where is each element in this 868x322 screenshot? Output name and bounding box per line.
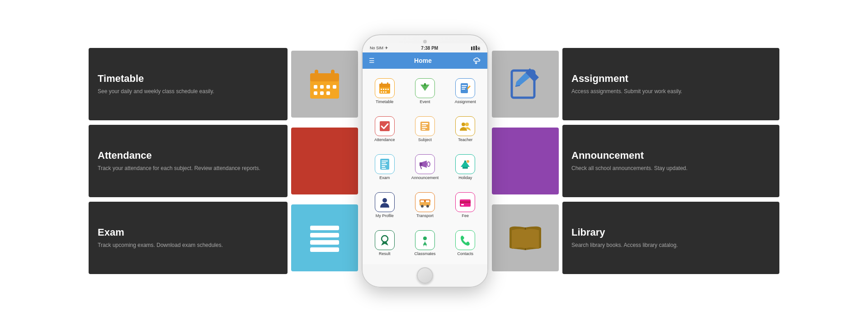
- app-label-result: Result: [379, 251, 391, 256]
- left-section: Timetable See your daily and weekly clas…: [89, 48, 358, 274]
- assignment-icon: [507, 66, 543, 102]
- svg-rect-39: [422, 125, 426, 126]
- announcement-feature-card: Announcement Check all school announceme…: [562, 125, 779, 197]
- svg-rect-31: [424, 83, 426, 86]
- menu-icon[interactable]: ☰: [369, 57, 375, 64]
- svg-rect-45: [382, 161, 388, 161]
- svg-rect-49: [382, 168, 386, 169]
- app-contacts[interactable]: Contacts: [446, 224, 485, 260]
- svg-rect-23: [387, 82, 388, 85]
- app-label-fee: Fee: [462, 213, 469, 218]
- svg-rect-17: [476, 46, 477, 50]
- svg-rect-35: [462, 89, 465, 90]
- svg-rect-52: [464, 161, 466, 162]
- app-transport[interactable]: Transport: [406, 186, 444, 223]
- svg-point-65: [382, 236, 388, 242]
- app-label-announcement: Announcement: [411, 175, 439, 180]
- svg-point-51: [427, 162, 430, 166]
- svg-rect-2: [315, 70, 318, 77]
- announcement-feature-title: Announcement: [571, 150, 770, 161]
- exam-feature-desc: Track upcoming exams. Download exam sche…: [98, 241, 278, 249]
- exam-feature-card: Exam Track upcoming exams. Download exam…: [89, 202, 288, 274]
- timetable-feature-desc: See your daily and weekly class schedule…: [98, 87, 278, 95]
- app-fee[interactable]: Fee: [446, 186, 485, 223]
- timetable-icon-box: [291, 51, 358, 118]
- app-timetable[interactable]: Timetable: [365, 72, 404, 109]
- library-icon-box: [492, 204, 559, 271]
- app-label-classmates: Classmates: [414, 251, 435, 256]
- timetable-feature-text: Timetable See your daily and weekly clas…: [98, 73, 278, 95]
- left-row-1: Timetable See your daily and weekly clas…: [89, 48, 358, 120]
- svg-rect-19: [478, 48, 479, 49]
- svg-rect-38: [422, 123, 428, 124]
- left-row-2: Attendance Track your attendance for eac…: [89, 125, 358, 197]
- right-row-1: Assignment Access assignments. Submit yo…: [492, 48, 779, 120]
- library-feature-card: Library Search library books. Access lib…: [562, 202, 779, 274]
- svg-point-55: [382, 198, 387, 203]
- assignment-feature-desc: Access assignments. Submit your work eas…: [571, 87, 770, 95]
- svg-rect-14: [310, 247, 339, 252]
- svg-rect-7: [333, 85, 336, 89]
- announcement-icon-box: [492, 128, 559, 194]
- right-section: Assignment Access assignments. Submit yo…: [492, 48, 779, 274]
- app-assignment[interactable]: Assignment: [446, 72, 485, 109]
- svg-rect-16: [473, 46, 475, 50]
- status-right: [471, 46, 480, 50]
- svg-rect-58: [420, 200, 424, 202]
- phone-shell: No SIM ✈ 7:38 PM ☰ Home: [362, 34, 488, 288]
- app-label-transport: Transport: [416, 213, 434, 218]
- attendance-feature-text: Attendance Track your attendance for eac…: [98, 150, 278, 172]
- home-button[interactable]: [417, 267, 433, 284]
- svg-rect-3: [331, 70, 335, 77]
- app-classmates[interactable]: Classmates: [406, 224, 444, 260]
- svg-rect-10: [326, 91, 330, 95]
- svg-point-66: [423, 237, 427, 240]
- app-label-attendance: Attendance: [374, 137, 395, 142]
- svg-rect-29: [383, 91, 384, 93]
- app-teacher[interactable]: Teacher: [446, 110, 485, 147]
- app-attendance[interactable]: Attendance: [365, 110, 404, 147]
- app-holiday[interactable]: Holiday: [446, 148, 485, 185]
- attendance-icon-box: [291, 128, 358, 194]
- svg-rect-40: [422, 127, 427, 128]
- assignment-feature-title: Assignment: [571, 73, 770, 85]
- app-grid: Timetable Event Assignment: [363, 69, 487, 264]
- svg-point-43: [465, 123, 469, 126]
- book-icon: [505, 222, 546, 254]
- assignment-feature-text: Assignment Access assignments. Submit yo…: [571, 73, 770, 95]
- assignment-icon-box: [492, 51, 559, 118]
- nav-title: Home: [414, 57, 432, 64]
- svg-rect-34: [462, 87, 466, 88]
- app-label-holiday: Holiday: [458, 175, 472, 180]
- app-event[interactable]: Event: [406, 72, 444, 109]
- app-result[interactable]: Result: [365, 224, 404, 260]
- app-subject[interactable]: Subject: [406, 110, 444, 147]
- attendance-feature-card: Attendance Track your attendance for eac…: [89, 125, 288, 197]
- status-time: 7:38 PM: [421, 46, 438, 51]
- svg-rect-26: [385, 89, 387, 90]
- left-row-3: Exam Track upcoming exams. Download exam…: [89, 202, 358, 274]
- nav-bar: ☰ Home: [363, 52, 487, 69]
- svg-rect-24: [381, 89, 382, 90]
- calendar-icon: [307, 66, 343, 102]
- timetable-feature-card: Timetable See your daily and weekly clas…: [89, 48, 288, 120]
- app-exam[interactable]: Exam: [365, 148, 404, 185]
- app-label-teacher: Teacher: [458, 137, 472, 142]
- exam-feature-text: Exam Track upcoming exams. Download exam…: [98, 227, 278, 249]
- attendance-feature-title: Attendance: [98, 150, 278, 161]
- library-feature-text: Library Search library books. Access lib…: [571, 227, 770, 249]
- attendance-feature-desc: Track your attendance for each subject. …: [98, 164, 278, 172]
- right-row-3: Library Search library books. Access lib…: [492, 202, 779, 274]
- status-left: No SIM ✈: [370, 46, 388, 50]
- svg-rect-48: [382, 166, 385, 167]
- svg-rect-53: [462, 167, 468, 169]
- app-myprofile[interactable]: My Profile: [365, 186, 404, 223]
- phone-wrapper: No SIM ✈ 7:38 PM ☰ Home: [362, 34, 488, 288]
- library-feature-title: Library: [571, 227, 770, 238]
- svg-rect-12: [310, 233, 339, 237]
- announcement-feature-desc: Check all school announcements. Stay upd…: [571, 164, 770, 172]
- svg-rect-15: [471, 47, 472, 50]
- timetable-feature-title: Timetable: [98, 73, 278, 85]
- app-announcement[interactable]: Announcement: [406, 148, 444, 185]
- svg-rect-63: [460, 201, 471, 203]
